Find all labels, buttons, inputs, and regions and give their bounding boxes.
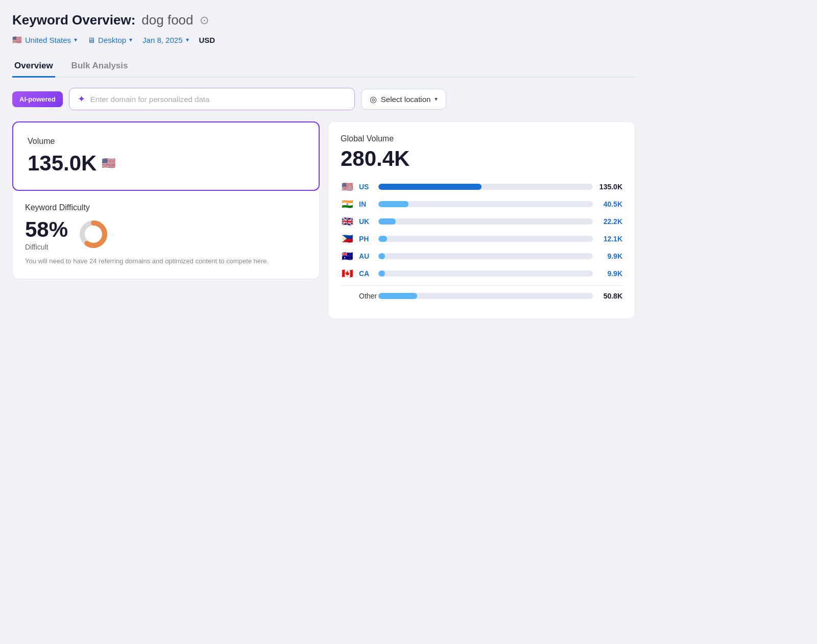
ai-bar: AI-powered ✦ Enter domain for personaliz…	[12, 88, 635, 110]
country-value: 12.1K	[598, 235, 622, 243]
country-row: UK 22.2K	[341, 216, 622, 227]
other-value: 50.8K	[598, 292, 622, 300]
currency-label: USD	[199, 36, 215, 44]
page-container: Keyword Overview: dog food ⊙ 🇺🇸 United S…	[12, 12, 635, 319]
other-bar-fill	[378, 293, 417, 299]
other-row: Other 50.8K	[341, 292, 622, 300]
country-bar-fill	[378, 218, 396, 225]
country-flag: 🇺🇸	[12, 35, 22, 44]
country-value: 9.9K	[598, 252, 622, 260]
country-label: United States	[25, 36, 71, 44]
kd-label: Keyword Difficulty	[25, 203, 307, 212]
tab-bulk-analysis[interactable]: Bulk Analysis	[69, 56, 130, 78]
country-bar-fill	[378, 201, 408, 207]
country-code: CA	[359, 269, 373, 278]
country-flag-icon	[341, 199, 354, 210]
divider	[341, 285, 622, 286]
kd-left: 58% Difficult	[25, 217, 68, 251]
country-row: CA 9.9K	[341, 268, 622, 279]
main-grid: Volume 135.0K 🇺🇸 Keyword Difficulty 58% …	[12, 121, 635, 319]
volume-number: 135.0K	[28, 151, 97, 176]
country-value: 40.5K	[598, 200, 622, 208]
volume-card: Volume 135.0K 🇺🇸	[12, 121, 320, 191]
date-label: Jan 8, 2025	[142, 36, 182, 44]
country-bar-bg	[378, 218, 593, 225]
country-row: PH 12.1K	[341, 233, 622, 244]
kd-card: Keyword Difficulty 58% Difficult You wi	[12, 191, 320, 279]
sparkle-icon: ✦	[78, 93, 85, 105]
filters-row: 🇺🇸 United States ▾ 🖥 Desktop ▾ Jan 8, 20…	[12, 35, 635, 44]
country-code: UK	[359, 217, 373, 226]
country-bar-bg	[378, 184, 593, 190]
kd-row: 58% Difficult	[25, 217, 307, 251]
kd-value: 58%	[25, 217, 68, 242]
country-bar-bg	[378, 201, 593, 207]
country-code: US	[359, 183, 373, 191]
country-flag-icon	[341, 181, 354, 192]
country-flag-icon	[341, 251, 354, 262]
tab-overview[interactable]: Overview	[12, 56, 55, 78]
global-volume-value: 280.4K	[341, 146, 622, 171]
country-bar-fill	[378, 253, 385, 259]
kd-donut-chart	[78, 219, 109, 250]
country-value: 135.0K	[598, 183, 622, 191]
header: Keyword Overview: dog food ⊙	[12, 12, 635, 28]
device-filter-button[interactable]: 🖥 Desktop ▾	[87, 36, 132, 44]
tabs-row: Overview Bulk Analysis	[12, 55, 635, 78]
country-bar-fill	[378, 236, 387, 242]
page-title-prefix: Keyword Overview:	[12, 12, 135, 28]
country-row: IN 40.5K	[341, 199, 622, 210]
keyword-text: dog food	[141, 12, 193, 28]
global-volume-label: Global Volume	[341, 134, 622, 143]
global-volume-card: Global Volume 280.4K US 135.0K IN 40.5K …	[328, 121, 635, 319]
other-label: Other	[359, 292, 373, 300]
location-icon: ◎	[370, 94, 377, 104]
country-code: AU	[359, 252, 373, 260]
kd-sub-label: Difficult	[25, 243, 68, 251]
country-value: 22.2K	[598, 217, 622, 226]
country-flag-icon	[341, 268, 354, 279]
date-chevron-icon: ▾	[186, 36, 189, 43]
country-flag-icon	[341, 233, 354, 244]
location-select-button[interactable]: ◎ Select location ▾	[361, 89, 447, 110]
location-chevron-icon: ▾	[435, 95, 438, 103]
device-chevron-icon: ▾	[129, 36, 132, 43]
country-code: IN	[359, 200, 373, 208]
other-bar-bg	[378, 293, 593, 299]
country-bar-fill	[378, 270, 385, 277]
volume-flag: 🇺🇸	[102, 157, 115, 170]
date-filter-button[interactable]: Jan 8, 2025 ▾	[142, 36, 188, 44]
country-row: US 135.0K	[341, 181, 622, 192]
country-code: PH	[359, 235, 373, 243]
country-bar-fill	[378, 184, 482, 190]
verified-icon: ⊙	[200, 14, 209, 27]
volume-label: Volume	[28, 137, 304, 146]
country-flag-icon	[341, 216, 354, 227]
location-label: Select location	[381, 95, 431, 104]
domain-input-placeholder: Enter domain for personalized data	[90, 95, 209, 104]
ai-badge: AI-powered	[12, 91, 63, 107]
device-label: Desktop	[98, 36, 126, 44]
country-bar-bg	[378, 270, 593, 277]
country-bar-bg	[378, 236, 593, 242]
country-chevron-icon: ▾	[74, 36, 77, 43]
country-row: AU 9.9K	[341, 251, 622, 262]
country-value: 9.9K	[598, 269, 622, 278]
device-icon: 🖥	[87, 36, 95, 44]
country-bar-bg	[378, 253, 593, 259]
volume-value: 135.0K 🇺🇸	[28, 151, 304, 176]
left-column: Volume 135.0K 🇺🇸 Keyword Difficulty 58% …	[12, 121, 320, 319]
kd-description: You will need to have 24 referring domai…	[25, 256, 307, 266]
country-rows: US 135.0K IN 40.5K UK 22.2K PH	[341, 181, 622, 279]
country-filter-button[interactable]: 🇺🇸 United States ▾	[12, 35, 77, 44]
domain-input-wrapper[interactable]: ✦ Enter domain for personalized data	[69, 88, 355, 110]
